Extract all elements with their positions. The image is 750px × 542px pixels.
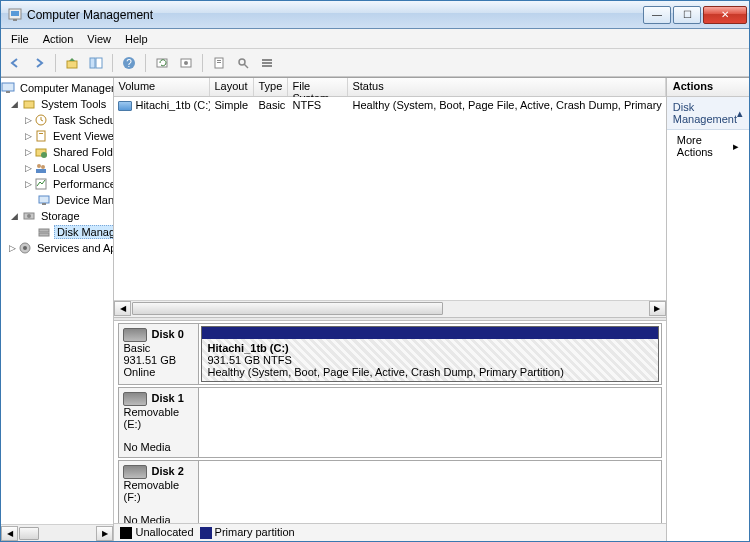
- tree-local-users[interactable]: ▷Local Users and Groups: [1, 160, 113, 176]
- volume-icon: [118, 101, 132, 111]
- menu-file[interactable]: File: [5, 31, 35, 47]
- svg-rect-16: [262, 59, 272, 61]
- partition-c[interactable]: Hitachi_1tb (C:) 931.51 GB NTFS Healthy …: [201, 326, 658, 382]
- partition-area-empty: [199, 388, 660, 457]
- legend-unallocated: Unallocated: [120, 526, 193, 539]
- col-fs[interactable]: File System: [288, 78, 348, 96]
- event-icon: [34, 129, 48, 143]
- tree-services-apps[interactable]: ▷Services and Applications: [1, 240, 113, 256]
- collapse-icon[interactable]: ◢: [9, 99, 20, 110]
- tree-device-manager[interactable]: Device Manager: [1, 192, 113, 208]
- tree-task-scheduler[interactable]: ▷Task Scheduler: [1, 112, 113, 128]
- svg-rect-32: [42, 203, 46, 205]
- volume-list[interactable]: Hitachi_1tb (C:) Simple Basic NTFS Healt…: [114, 97, 665, 300]
- primary-color-icon: [200, 527, 212, 539]
- disk-row-1[interactable]: Disk 1 Removable (E:) No Media: [118, 387, 661, 458]
- find-button[interactable]: [233, 53, 253, 73]
- center-panel: Volume Layout Type File System Status Hi…: [114, 78, 666, 541]
- col-type[interactable]: Type: [254, 78, 288, 96]
- forward-button[interactable]: [29, 53, 49, 73]
- expand-icon[interactable]: ▷: [9, 243, 16, 254]
- disk-graphical-view[interactable]: Disk 0 Basic 931.51 GB Online Hitachi_1t…: [114, 321, 665, 524]
- scroll-track[interactable]: [131, 301, 648, 316]
- svg-rect-12: [217, 60, 221, 61]
- volume-name-cell: Hitachi_1tb (C:): [114, 99, 210, 111]
- up-button[interactable]: [62, 53, 82, 73]
- scroll-left-button[interactable]: ◀: [1, 526, 18, 541]
- svg-rect-36: [39, 233, 49, 236]
- settings-button[interactable]: [176, 53, 196, 73]
- expand-icon[interactable]: ▷: [25, 115, 32, 126]
- tree-root[interactable]: Computer Management (Local: [1, 80, 113, 96]
- disk-row-0[interactable]: Disk 0 Basic 931.51 GB Online Hitachi_1t…: [118, 323, 661, 385]
- svg-rect-31: [39, 196, 49, 203]
- scroll-right-button[interactable]: ▶: [649, 301, 666, 316]
- expand-icon[interactable]: ▷: [25, 163, 32, 174]
- expand-icon[interactable]: ▷: [25, 147, 32, 158]
- title-bar[interactable]: Computer Management — ☐ ✕: [1, 1, 749, 29]
- minimize-button[interactable]: —: [643, 6, 671, 24]
- tree-storage[interactable]: ◢Storage: [1, 208, 113, 224]
- menu-help[interactable]: Help: [119, 31, 154, 47]
- col-layout[interactable]: Layout: [210, 78, 254, 96]
- svg-point-34: [27, 214, 31, 218]
- unallocated-color-icon: [120, 527, 132, 539]
- partition-area: Hitachi_1tb (C:) 931.51 GB NTFS Healthy …: [199, 324, 660, 384]
- volume-layout-cell: Simple: [210, 99, 254, 111]
- expand-icon[interactable]: ▷: [25, 179, 32, 190]
- tree-body[interactable]: Computer Management (Local ◢System Tools…: [1, 78, 113, 524]
- refresh-button[interactable]: [152, 53, 172, 73]
- svg-rect-20: [6, 91, 10, 93]
- disk-icon: [123, 392, 147, 406]
- svg-rect-4: [90, 58, 95, 68]
- scroll-thumb[interactable]: [132, 302, 442, 315]
- svg-rect-19: [2, 83, 14, 91]
- close-button[interactable]: ✕: [703, 6, 747, 24]
- tree-system-tools[interactable]: ◢System Tools: [1, 96, 113, 112]
- window-title: Computer Management: [27, 8, 643, 22]
- computer-icon: [1, 81, 15, 95]
- performance-icon: [34, 177, 48, 191]
- tree-disk-management[interactable]: Disk Management: [1, 224, 113, 240]
- svg-rect-2: [13, 19, 17, 21]
- scroll-left-button[interactable]: ◀: [114, 301, 131, 316]
- expand-icon[interactable]: ▷: [25, 131, 32, 142]
- volume-row[interactable]: Hitachi_1tb (C:) Simple Basic NTFS Healt…: [114, 97, 665, 113]
- scroll-thumb[interactable]: [19, 527, 39, 540]
- menu-action[interactable]: Action: [37, 31, 80, 47]
- tree-event-viewer[interactable]: ▷Event Viewer: [1, 128, 113, 144]
- col-status[interactable]: Status: [348, 78, 665, 96]
- list-horizontal-scrollbar[interactable]: ◀ ▶: [114, 300, 665, 317]
- volume-type-cell: Basic: [254, 99, 288, 111]
- tree-shared-folders[interactable]: ▷Shared Folders: [1, 144, 113, 160]
- storage-icon: [22, 209, 36, 223]
- disk-row-2[interactable]: Disk 2 Removable (F:) No Media: [118, 460, 661, 523]
- back-button[interactable]: [5, 53, 25, 73]
- services-icon: [18, 241, 32, 255]
- svg-line-15: [244, 64, 248, 68]
- actions-header: Actions: [667, 78, 749, 97]
- action-more[interactable]: More Actions ▸: [667, 130, 749, 162]
- help-button[interactable]: ?: [119, 53, 139, 73]
- svg-rect-13: [217, 62, 221, 63]
- scroll-right-button[interactable]: ▶: [96, 526, 113, 541]
- svg-rect-5: [96, 58, 102, 68]
- legend-bar: Unallocated Primary partition: [114, 523, 665, 541]
- menu-view[interactable]: View: [81, 31, 117, 47]
- actions-section[interactable]: Disk Management ▴: [667, 97, 749, 130]
- app-window: Computer Management — ☐ ✕ File Action Vi…: [0, 0, 750, 542]
- svg-point-28: [41, 165, 45, 169]
- maximize-button[interactable]: ☐: [673, 6, 701, 24]
- tree-horizontal-scrollbar[interactable]: ◀ ▶: [1, 524, 113, 541]
- toolbar-separator: [112, 54, 113, 72]
- tree-performance[interactable]: ▷Performance: [1, 176, 113, 192]
- disk-icon: [123, 465, 147, 479]
- scroll-track[interactable]: [18, 526, 96, 541]
- partition-body: Hitachi_1tb (C:) 931.51 GB NTFS Healthy …: [202, 339, 657, 381]
- properties-button[interactable]: [209, 53, 229, 73]
- col-volume[interactable]: Volume: [114, 78, 210, 96]
- collapse-icon[interactable]: ◢: [9, 211, 20, 222]
- show-hide-tree-button[interactable]: [86, 53, 106, 73]
- list-view-button[interactable]: [257, 53, 277, 73]
- partition-header: [202, 327, 657, 339]
